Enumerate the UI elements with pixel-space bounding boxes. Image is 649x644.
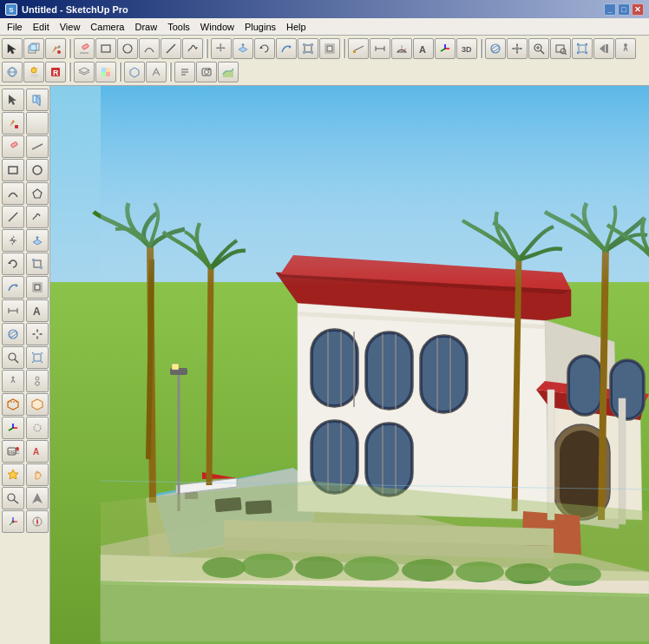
tb-rect[interactable] — [95, 38, 116, 59]
tb-sandbox[interactable] — [218, 62, 239, 82]
tb-paint[interactable] — [45, 38, 66, 59]
lt-coord-lt[interactable] — [2, 510, 24, 533]
lt-push-pull-lt[interactable] — [26, 229, 49, 252]
tb-push-pull[interactable] — [233, 38, 253, 59]
svg-rect-71 — [9, 167, 17, 174]
tb-line[interactable] — [161, 38, 181, 59]
lt-zoom3-lt[interactable] — [2, 487, 24, 509]
menu-tools[interactable]: Tools — [162, 18, 195, 35]
svg-rect-69 — [10, 141, 17, 148]
tb-prev-view[interactable] — [593, 38, 614, 59]
tb-layer-r[interactable] — [74, 62, 95, 82]
svg-rect-42 — [579, 45, 586, 52]
svg-point-94 — [36, 377, 39, 380]
lt-row-5 — [2, 182, 49, 205]
menu-file[interactable]: File — [2, 18, 28, 35]
tb-pan[interactable] — [507, 38, 528, 59]
lt-rotate-lt[interactable] — [2, 253, 24, 275]
tb-walk[interactable] — [615, 38, 636, 59]
tb-orbit[interactable] — [485, 38, 506, 59]
viewport[interactable] — [50, 86, 649, 644]
tb-material-r[interactable] — [95, 62, 116, 82]
lt-ruby-lt[interactable]: A — [26, 440, 49, 463]
lt-row-1 — [2, 89, 49, 111]
lt-navigate[interactable] — [26, 487, 49, 509]
lt-line-lt[interactable] — [2, 206, 24, 228]
tb-rotate[interactable] — [254, 38, 275, 59]
tb-offset[interactable] — [319, 38, 340, 59]
tb-arc[interactable] — [139, 38, 160, 59]
tb-sep-4 — [480, 39, 482, 58]
lt-orbit-lt[interactable] — [2, 323, 24, 345]
tb-match-photo[interactable] — [196, 62, 217, 82]
tb-zoom-window[interactable] — [550, 38, 571, 59]
tb-follow-me[interactable] — [276, 38, 297, 59]
lt-rect-lt[interactable] — [2, 159, 24, 181]
tb-protractor[interactable] — [391, 38, 412, 59]
lt-section-lt[interactable] — [2, 393, 24, 416]
lt-3d-select[interactable] — [26, 89, 49, 111]
lt-section-display-lt[interactable] — [26, 393, 49, 416]
menu-draw[interactable]: Draw — [129, 18, 162, 35]
lt-paint-bucket[interactable] — [2, 112, 24, 135]
lt-move-lt[interactable] — [2, 229, 24, 252]
lt-hand-lt[interactable] — [26, 463, 49, 486]
tb-text[interactable]: A — [413, 38, 434, 59]
lt-lookaround[interactable] — [26, 370, 49, 392]
lt-walk-lt[interactable] — [2, 370, 24, 392]
svg-marker-104 — [8, 470, 18, 479]
menu-help[interactable]: Help — [281, 18, 311, 35]
tb-zoom-extents[interactable] — [572, 38, 593, 59]
menu-view[interactable]: View — [55, 18, 86, 35]
tb-dimension[interactable] — [370, 38, 390, 59]
lt-scale-lt[interactable] — [26, 253, 49, 275]
tb-erase[interactable] — [74, 38, 95, 59]
tb-geo[interactable] — [2, 62, 23, 82]
tb-render-r[interactable]: R — [45, 62, 66, 82]
tb-tape[interactable] — [348, 38, 369, 59]
tb-styles-r[interactable] — [146, 62, 167, 82]
lt-zoom-lt[interactable] — [2, 346, 24, 369]
lt-tape-lt[interactable] — [26, 135, 49, 158]
toolbar-row-2: R — [2, 61, 647, 83]
lt-offset-lt[interactable] — [26, 276, 49, 299]
lt-rec-lt[interactable]: REC — [2, 440, 24, 463]
lt-circle-lt[interactable] — [26, 159, 49, 181]
tb-move[interactable] — [211, 38, 232, 59]
lt-multiface[interactable] — [26, 182, 49, 205]
lt-axes-lt[interactable] — [2, 417, 24, 439]
tb-circle[interactable] — [117, 38, 138, 59]
maximize-button[interactable]: □ — [618, 3, 630, 16]
svg-text:A: A — [33, 447, 39, 457]
lt-dim-lt[interactable] — [2, 299, 24, 322]
svg-rect-127 — [313, 332, 356, 404]
lt-follow-lt[interactable] — [2, 276, 24, 299]
lt-compass[interactable] — [26, 510, 49, 533]
lt-freehand-lt[interactable] — [26, 206, 49, 228]
tb-component-r[interactable] — [124, 62, 145, 82]
menu-plugins[interactable]: Plugins — [239, 18, 281, 35]
lt-erase-lt[interactable] — [2, 135, 24, 158]
tb-axes[interactable] — [435, 38, 456, 59]
tb-make-component[interactable] — [23, 38, 44, 59]
lt-select[interactable] — [2, 89, 24, 111]
lt-pan-lt[interactable] — [26, 323, 49, 345]
minimize-button[interactable]: _ — [604, 3, 616, 16]
tb-3dtext[interactable]: 3D — [456, 38, 477, 59]
lt-explode[interactable] — [2, 463, 24, 486]
tb-scale[interactable] — [298, 38, 318, 59]
lt-arc-lt[interactable] — [2, 182, 24, 205]
svg-rect-83 — [35, 285, 40, 290]
lt-zoomext-lt[interactable] — [26, 346, 49, 369]
lt-text-lt[interactable]: A — [26, 299, 49, 322]
lt-hidden-geo[interactable] — [26, 417, 49, 439]
menu-edit[interactable]: Edit — [28, 18, 55, 35]
close-button[interactable]: ✕ — [632, 3, 644, 16]
tb-zoom[interactable] — [528, 38, 549, 59]
tb-select[interactable] — [2, 38, 23, 59]
menu-window[interactable]: Window — [195, 18, 239, 35]
tb-shadow[interactable] — [23, 62, 44, 82]
tb-freehand[interactable] — [182, 38, 203, 59]
tb-outline-r[interactable] — [174, 62, 195, 82]
menu-camera[interactable]: Camera — [85, 18, 129, 35]
